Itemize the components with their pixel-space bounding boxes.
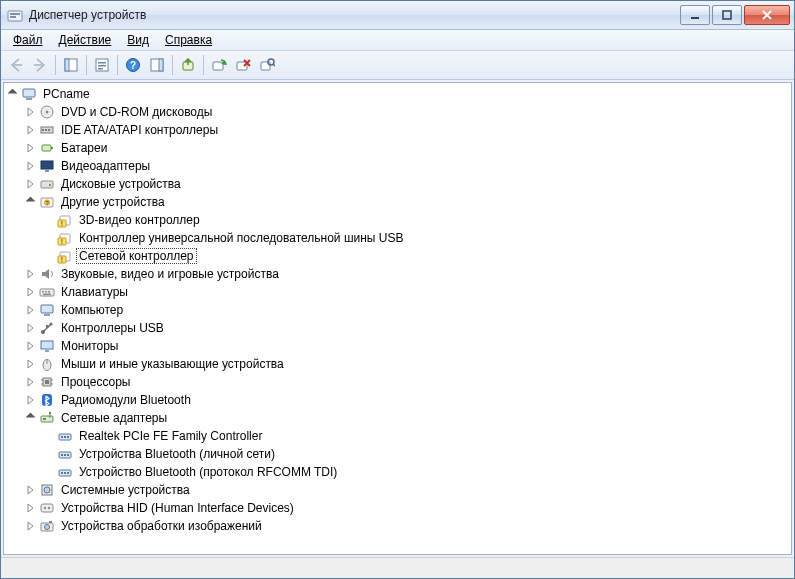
tree-category[interactable]: Мыши и иные указывающие устройства	[8, 355, 791, 373]
svg-rect-2	[10, 16, 16, 18]
imaging-devices-icon	[39, 518, 55, 534]
expand-toggle-icon[interactable]	[26, 503, 36, 513]
expand-toggle-icon[interactable]	[26, 359, 36, 369]
tree-category[interactable]: Видеоадаптеры	[8, 157, 791, 175]
mouse-icon	[39, 356, 55, 372]
window-title: Диспетчер устройств	[29, 8, 680, 22]
expand-toggle-icon[interactable]	[26, 269, 36, 279]
tree-category[interactable]: Сетевые адаптеры	[8, 409, 791, 427]
menu-view[interactable]: Вид	[121, 32, 155, 48]
expand-toggle-icon[interactable]	[8, 89, 18, 99]
tree-root[interactable]: PCname	[8, 85, 791, 103]
device-tree-panel[interactable]: ? !	[3, 82, 792, 555]
expand-toggle-icon[interactable]	[26, 413, 36, 423]
expand-toggle-icon[interactable]	[26, 143, 36, 153]
tree-category[interactable]: Процессоры	[8, 373, 791, 391]
node-label: Батареи	[58, 140, 110, 156]
tree-category[interactable]: Компьютер	[8, 301, 791, 319]
help-button[interactable]: ?	[122, 54, 144, 76]
other-devices-icon	[39, 194, 55, 210]
expand-toggle-icon[interactable]	[26, 323, 36, 333]
uninstall-device-button[interactable]	[232, 54, 254, 76]
node-label: Устройства обработки изображений	[58, 518, 265, 534]
tree-device[interactable]: Контроллер универсальной последовательно…	[8, 229, 791, 247]
svg-rect-1	[10, 13, 20, 15]
monitor-icon	[39, 338, 55, 354]
node-label: Контроллеры USB	[58, 320, 167, 336]
expand-toggle-icon[interactable]	[26, 521, 36, 531]
computer-icon	[21, 86, 37, 102]
svg-rect-14	[159, 59, 163, 71]
network-device-icon	[57, 464, 73, 480]
node-label: 3D-видео контроллер	[76, 212, 203, 228]
network-device-icon	[57, 446, 73, 462]
properties-button[interactable]	[91, 54, 113, 76]
unknown-device-icon	[57, 230, 73, 246]
tree-category[interactable]: Устройства обработки изображений	[8, 517, 791, 535]
node-label: Другие устройства	[58, 194, 168, 210]
node-label: Процессоры	[58, 374, 134, 390]
node-label: Радиомодули Bluetooth	[58, 392, 194, 408]
maximize-button[interactable]	[712, 5, 742, 25]
expand-toggle-icon[interactable]	[26, 125, 36, 135]
node-label: Сетевой контроллер	[76, 248, 197, 264]
tree-device-selected[interactable]: Сетевой контроллер	[8, 247, 791, 265]
app-icon	[7, 7, 23, 23]
node-label: Клавиатуры	[58, 284, 131, 300]
expand-toggle-icon[interactable]	[26, 395, 36, 405]
svg-rect-16	[213, 62, 223, 70]
tree-device[interactable]: Устройства Bluetooth (личной сети)	[8, 445, 791, 463]
node-label: Видеоадаптеры	[58, 158, 153, 174]
expand-toggle-icon[interactable]	[26, 377, 36, 387]
expand-toggle-icon[interactable]	[26, 107, 36, 117]
content-area: ? !	[1, 80, 794, 557]
action-pane-button[interactable]	[146, 54, 168, 76]
expand-toggle-icon[interactable]	[26, 305, 36, 315]
tree-category[interactable]: Звуковые, видео и игровые устройства	[8, 265, 791, 283]
tree-category[interactable]: Устройства HID (Human Interface Devices)	[8, 499, 791, 517]
dvd-icon	[39, 104, 55, 120]
close-button[interactable]	[744, 5, 790, 25]
tree-category[interactable]: Другие устройства	[8, 193, 791, 211]
expand-toggle-icon[interactable]	[26, 179, 36, 189]
sound-icon	[39, 266, 55, 282]
tree-category[interactable]: DVD и CD-ROM дисководы	[8, 103, 791, 121]
svg-rect-9	[98, 65, 106, 67]
update-driver-button[interactable]	[177, 54, 199, 76]
expand-toggle-icon[interactable]	[26, 287, 36, 297]
menu-help[interactable]: Справка	[159, 32, 218, 48]
tree-category[interactable]: Системные устройства	[8, 481, 791, 499]
expand-toggle-icon[interactable]	[26, 197, 36, 207]
menu-action[interactable]: Действие	[53, 32, 118, 48]
svg-rect-10	[98, 68, 103, 70]
menu-file[interactable]: Файл	[7, 32, 49, 48]
show-hide-tree-button[interactable]	[60, 54, 82, 76]
tree-category[interactable]: IDE ATA/ATAPI контроллеры	[8, 121, 791, 139]
tree-category[interactable]: Контроллеры USB	[8, 319, 791, 337]
tree-category[interactable]: Дисковые устройства	[8, 175, 791, 193]
minimize-button[interactable]	[680, 5, 710, 25]
tree-category[interactable]: Клавиатуры	[8, 283, 791, 301]
node-label: Устройство Bluetooth (протокол RFCOMM TD…	[76, 464, 340, 480]
expand-toggle-icon[interactable]	[26, 161, 36, 171]
enable-device-button[interactable]	[208, 54, 230, 76]
node-label: PCname	[40, 86, 93, 102]
network-device-icon	[57, 428, 73, 444]
tree-category[interactable]: Батареи	[8, 139, 791, 157]
nav-forward-button	[29, 54, 51, 76]
node-label: DVD и CD-ROM дисководы	[58, 104, 215, 120]
node-label: Дисковые устройства	[58, 176, 184, 192]
tree-device[interactable]: Realtek PCIe FE Family Controller	[8, 427, 791, 445]
expand-toggle-icon[interactable]	[26, 341, 36, 351]
tree-category[interactable]: Мониторы	[8, 337, 791, 355]
network-adapters-icon	[39, 410, 55, 426]
scan-hardware-button[interactable]	[256, 54, 278, 76]
expand-toggle-icon[interactable]	[26, 485, 36, 495]
tree-device[interactable]: 3D-видео контроллер	[8, 211, 791, 229]
window: Диспетчер устройств Файл Действие Вид Сп…	[0, 0, 795, 579]
node-label: Устройства HID (Human Interface Devices)	[58, 500, 297, 516]
svg-rect-4	[723, 11, 731, 19]
tree-device[interactable]: Устройство Bluetooth (протокол RFCOMM TD…	[8, 463, 791, 481]
tree-category[interactable]: Радиомодули Bluetooth	[8, 391, 791, 409]
node-label: Сетевые адаптеры	[58, 410, 170, 426]
